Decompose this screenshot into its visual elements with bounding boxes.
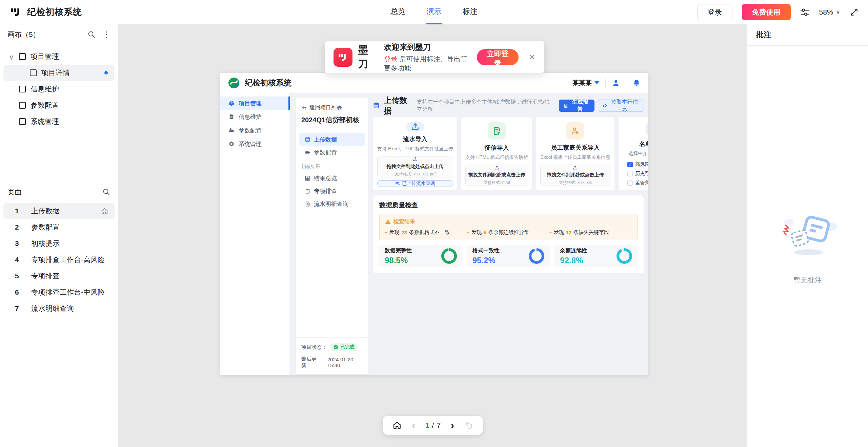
app-nav-info[interactable]: 信息维护 (220, 110, 289, 124)
document-icon (228, 114, 235, 120)
app-nav-params[interactable]: 参数配置 (220, 124, 289, 137)
project-menu-special[interactable]: 专项排查 (299, 185, 365, 197)
document-search-icon (305, 201, 310, 207)
cube-icon (228, 100, 235, 106)
project-menu-overview[interactable]: 结果总览 (299, 172, 365, 185)
tree-item-project-detail[interactable]: 项目详情 (3, 65, 115, 81)
file-dropzone[interactable]: 拖拽文件到此处或点击上传 支持格式: xlsx, xls (540, 165, 610, 186)
tab-annotate[interactable]: 标注 (462, 0, 478, 24)
metric-format: 格式一致性 95.2% (467, 245, 550, 267)
card-desc: Excel 模板上传员工家庭关系信息 (540, 154, 610, 161)
upload-icon (406, 122, 424, 131)
project-menu-params[interactable]: 参数配置 (299, 146, 365, 159)
updated-value: 2024-01-20 15:30 (327, 357, 363, 368)
alert-title: 检查结果 (393, 218, 415, 225)
divider (626, 79, 626, 87)
app-content: 返回项目列表 2024Q1信贷部初核 上传数据 参数配置 初核结果 (290, 93, 648, 375)
report-icon (564, 103, 568, 108)
fullscreen-icon[interactable] (850, 8, 859, 17)
page-counter: 1 / 7 (425, 421, 441, 429)
upload-tray-icon (412, 156, 418, 162)
app-nav-system[interactable]: 系统管理 (220, 137, 289, 151)
donut-chart (441, 248, 457, 264)
page-item-4[interactable]: 4 专项排查工作台-高风险 (3, 252, 115, 268)
more-options-icon[interactable]: ⋮ (102, 30, 110, 39)
tree-item-project-management[interactable]: ∨ 项目管理 (0, 48, 118, 65)
design-canvas[interactable]: 墨刀 欢迎来到墨刀 登录后可使用标注、导出等更多功能 立即登录 ✕ 纪检初核系统 (118, 24, 747, 447)
clipboard-icon (305, 188, 310, 194)
page-item-3[interactable]: 3 初核提示 (3, 235, 115, 252)
bullet-icon: • (385, 230, 387, 236)
close-icon[interactable]: ✕ (529, 52, 536, 62)
toolbar-right: 登录 免费使用 58% ∨ (697, 4, 868, 20)
page-item-7[interactable]: 7 流水明细查询 (3, 300, 115, 317)
page-item-6[interactable]: 6 专项排查工作台-中风险 (3, 284, 115, 300)
app-logo-icon (228, 77, 240, 89)
card-desc: 选择中介库管理内的名单 (628, 151, 648, 157)
next-page-button[interactable]: › (451, 420, 454, 430)
login-now-button[interactable]: 立即登录 (477, 49, 519, 65)
annotations-title: 批注 (747, 24, 868, 46)
home-button[interactable] (392, 421, 402, 430)
option-regulator-watch[interactable]: 监管关注名单(32人) (627, 180, 648, 186)
uploaded-flow-query-button[interactable]: 已上传流水查询 (377, 180, 453, 187)
finding-item: • 发现 5 条余额连续性异常 (467, 229, 550, 236)
file-dropzone[interactable]: 拖拽文件到此处或点击上传 支持格式: html (465, 165, 528, 186)
tree-item-label: 项目详情 (41, 68, 70, 78)
artboard-icon (19, 86, 26, 92)
back-to-projects[interactable]: 返回项目列表 (301, 104, 363, 111)
finding-item: • 发现 23 条数据格式不一致 (385, 229, 467, 236)
checkbox-icon[interactable] (627, 171, 633, 176)
card-title: 流水导入 (403, 135, 427, 143)
card-desc: 支持 HTML 格式征信报告解析 (465, 154, 528, 161)
upload-tray-icon (572, 165, 578, 170)
tree-item-label: 项目管理 (31, 52, 59, 61)
checkbox-icon[interactable] (627, 162, 633, 167)
card-desc: 支持 Excel、PDF 格式文件批量上传 (377, 146, 453, 152)
search-icon[interactable] (102, 188, 110, 196)
user-icon[interactable] (612, 79, 620, 87)
tree-item-parameter-config[interactable]: 参数配置 (0, 97, 118, 113)
divider (605, 79, 606, 87)
settings-sliders-icon[interactable] (800, 7, 810, 17)
tab-overview[interactable]: 总览 (390, 0, 406, 24)
welcome-banner: 墨刀 欢迎来到墨刀 登录后可使用标注、导出等更多功能 立即登录 ✕ (325, 41, 544, 73)
main-area: 上传数据 支持在一个项目中上传多个主体/账户数据，进行汇总/独立分析 生成报告 … (373, 98, 644, 274)
project-menu-flow[interactable]: 流水明细查询 (299, 197, 365, 210)
option-history-suspect[interactable]: 历史可疑人员名单(45人) (627, 171, 648, 177)
tree-item-info-maintenance[interactable]: 信息维护 (0, 81, 118, 97)
prev-page-button[interactable]: ‹ (412, 420, 415, 430)
annotations-empty-state: 暂无批注 (747, 209, 868, 285)
checkbox-icon[interactable] (627, 180, 633, 186)
tree-item-system-management[interactable]: 系统管理 (0, 113, 118, 130)
cloud-download-icon (603, 103, 607, 108)
page-item-5[interactable]: 5 专项排查 (3, 268, 115, 284)
page-item-1[interactable]: 1 上传数据 (3, 203, 115, 219)
app-nav-project[interactable]: 项目管理 (220, 97, 289, 110)
bell-icon[interactable] (632, 79, 641, 87)
search-icon[interactable] (87, 30, 96, 39)
quality-title: 数据质量检查 (379, 201, 638, 210)
option-high-risk[interactable]: 高风险人员名单(68人) (627, 162, 648, 168)
fetch-bank-info-button[interactable]: 拉取本行信息 (598, 100, 644, 112)
project-menu-upload[interactable]: 上传数据 (299, 133, 365, 146)
project-name: 2024Q1信贷部初核 (301, 115, 363, 125)
tree-expand-icon[interactable]: ∨ (9, 53, 14, 61)
login-button[interactable]: 登录 (697, 4, 732, 20)
file-title: 纪检初核系统 (27, 6, 82, 18)
banner-login-link[interactable]: 登录 (384, 55, 398, 63)
user-menu[interactable]: 某某某 (572, 79, 599, 87)
chevron-down-icon: ∨ (836, 8, 840, 16)
pages-title: 页面 (7, 187, 22, 197)
top-toolbar: 纪检初核系统 总览 演示 标注 登录 免费使用 58% ∨ (0, 0, 868, 24)
modao-logo-icon[interactable] (10, 6, 22, 18)
tab-present[interactable]: 演示 (426, 0, 442, 24)
restart-button[interactable] (464, 421, 473, 430)
generate-report-button[interactable]: 生成报告 (559, 100, 594, 112)
page-item-2[interactable]: 2 参数配置 (3, 219, 115, 235)
check-circle-icon (334, 345, 338, 349)
file-dropzone[interactable]: 拖拽文件到此处或点击上传 支持格式: xlsx, xls, pdf (377, 156, 453, 177)
zoom-control[interactable]: 58% ∨ (819, 8, 840, 16)
status-badge: 已完成 (330, 343, 358, 351)
free-use-button[interactable]: 免费使用 (742, 4, 791, 20)
